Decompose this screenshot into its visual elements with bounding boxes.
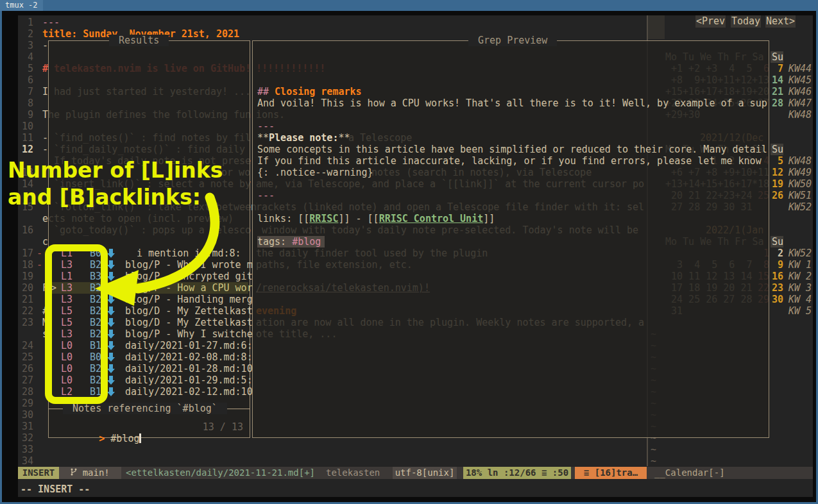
result-item[interactable]: L3B2blog/P - Why I wrote m xyxy=(49,259,248,271)
calendar-today-button[interactable]: Today xyxy=(731,15,761,28)
preview-text: ** xyxy=(338,132,350,144)
result-text: i mention it.md:8: xyxy=(125,248,241,259)
result-counter: 13 / 13 xyxy=(203,421,243,433)
calendar-sunday-cell[interactable]: 7 xyxy=(771,63,783,74)
prompt-caret: > xyxy=(99,433,110,444)
result-item[interactable]: >L3B2blog/P - How a CPU wor xyxy=(49,282,248,294)
calendar-prev-button[interactable]: <Prev xyxy=(695,15,726,28)
preview-line: --- xyxy=(257,121,275,132)
preview-text: --- xyxy=(257,190,275,201)
result-item[interactable]: L1B3blog/P - Encrypted git xyxy=(49,271,248,282)
preview-text: {: .notice--warning} xyxy=(257,167,373,178)
calendar-sunday-cell[interactable]: 28 xyxy=(771,97,783,109)
preview-line: If you find this article inaccurate, lac… xyxy=(257,155,762,167)
vim-editor[interactable]: 1---2title: Sunday, November 21st, 20213… xyxy=(18,15,813,497)
preview-text: --- xyxy=(257,121,275,132)
preview-text: RRISC xyxy=(309,213,338,224)
mode-message: -- INSERT -- xyxy=(21,483,90,495)
result-item[interactable]: L2B1daily/2021-02-12.md:10 xyxy=(49,386,248,398)
result-item[interactable]: L3B2blog/P - Why I switche xyxy=(49,328,248,340)
result-item[interactable]: L5B2blog/D - My Zettelkast xyxy=(49,305,248,317)
line-number: 34 xyxy=(18,455,33,467)
result-backlink-count: B1 xyxy=(90,386,101,398)
preview-line: --- xyxy=(257,190,275,201)
calendar-sunday-cell[interactable]: 16 xyxy=(771,271,783,282)
encoding: utf-8[unix] xyxy=(393,467,457,479)
line-number: 27 xyxy=(18,374,33,386)
calendar-sunday-cell[interactable]: 26 xyxy=(771,190,783,201)
git-branch: main! xyxy=(59,467,121,479)
window-frame-left xyxy=(0,11,2,504)
calendar-sunday-header: Su xyxy=(771,144,783,155)
calendar-week-number: KW 4 xyxy=(788,294,812,305)
result-text: blog/P - Why I wrote m xyxy=(125,259,253,271)
result-item[interactable]: L0B0daily/2021-02-08.md:8: xyxy=(49,351,248,363)
result-item[interactable]: L3B2blog/P - Handling merg xyxy=(49,294,248,305)
calendar-sunday-cell[interactable]: 23 xyxy=(771,282,783,294)
preview-line: **Please note:** xyxy=(257,132,350,144)
preview-text: If you find this article inaccurate, lac… xyxy=(257,155,762,167)
tmux-window: tmux -2 1---2title: Sunday, November 21s… xyxy=(0,0,818,504)
calendar-week-number: KW45 xyxy=(788,74,812,86)
calendar-cursor-block xyxy=(648,15,665,39)
preview-line: And voila! This is how a CPU works! That… xyxy=(257,97,767,109)
result-text: daily/2021-02-12.md:10 xyxy=(125,386,253,398)
result-backlink-count: B2 xyxy=(90,363,101,374)
preview-line: ## Closing remarks xyxy=(257,86,362,97)
preview-text: Some concepts in this article have been … xyxy=(257,144,767,155)
result-item[interactable]: L0B2daily/2021-01-28.md:10 xyxy=(49,363,248,374)
calendar-sunday-header: Su xyxy=(771,51,783,63)
result-backlink-count: B0 xyxy=(90,248,101,259)
buffer-text: - xyxy=(42,40,48,51)
preview-text: Please note: xyxy=(269,132,338,144)
calendar-week-number: KW48 xyxy=(788,109,812,121)
results-window: Results L1B0 i mention it.md:8:L3B2blog/… xyxy=(48,40,250,410)
result-link-count: L0 xyxy=(61,374,72,386)
calendar-sunday-cell[interactable]: 21 xyxy=(771,86,783,97)
calendar-sunday-header: Su xyxy=(771,236,783,248)
preview-text: And voila! This is how a CPU works! That… xyxy=(257,97,767,109)
calendar-sunday-cell[interactable]: 9 xyxy=(771,259,783,271)
calendar-statusline: __Calendar[-] xyxy=(654,467,725,479)
calendar-sunday-cell[interactable]: 30 xyxy=(771,294,783,305)
result-link-count: L0 xyxy=(61,351,72,363)
calendar-sunday-cell[interactable]: 12 xyxy=(771,167,783,178)
calendar-sunday-cell[interactable]: 5 xyxy=(771,155,783,167)
prompt-query-text: #blog xyxy=(110,433,139,444)
calendar-week-number: KW50 xyxy=(788,178,812,190)
line-number: 10 xyxy=(18,121,33,132)
calendar-week-number: KW51 xyxy=(788,190,812,201)
result-text: blog/P - Handling merg xyxy=(125,294,253,305)
calendar-next-button[interactable]: Next> xyxy=(765,15,796,28)
preview-text: ## xyxy=(257,86,275,97)
line-number: 33 xyxy=(18,444,33,455)
result-backlink-count: B0 xyxy=(90,351,101,363)
prompt-input[interactable]: > #blog xyxy=(53,421,141,456)
warning-indicator: ≡ [16]tra… xyxy=(575,467,647,479)
result-item[interactable]: L0B1daily/2021-01-27.md:6: xyxy=(49,340,248,351)
result-backlink-count: B2 xyxy=(90,374,101,386)
preview-text: #blog xyxy=(292,236,321,248)
filename: <ettelkasten/daily/2021-11-21.md[+] xyxy=(126,467,315,479)
line-number: 2 xyxy=(18,28,33,40)
calendar-sunday-cell[interactable]: 19 xyxy=(771,178,783,190)
result-link-count: L2 xyxy=(61,386,72,398)
result-item[interactable]: L1B0 i mention it.md:8: xyxy=(49,248,248,259)
result-item[interactable]: L5B2blog/D - My Zettelkast xyxy=(49,317,248,328)
result-text: daily/2021-01-27.md:6: xyxy=(125,340,253,351)
tmux-titlebar: tmux -2 xyxy=(0,0,818,11)
calendar-sunday-cell[interactable]: 2 xyxy=(771,248,783,259)
result-text: daily/2021-01-28.md:10 xyxy=(125,363,253,374)
preview-line: Some concepts in this article have been … xyxy=(257,144,767,155)
grep-preview-window: Grep Preview ## Closing remarksAnd voila… xyxy=(252,40,769,438)
calendar-week-number: KW44 xyxy=(788,63,812,74)
result-link-count: L5 xyxy=(61,317,72,328)
result-item[interactable]: L0B2daily/2021-01-29.md:5: xyxy=(49,374,248,386)
tmux-session-tab[interactable]: tmux -2 xyxy=(0,0,43,11)
calendar-week-number: KW52 xyxy=(788,201,812,213)
result-link-count: L1 xyxy=(61,271,72,282)
result-text: daily/2021-02-08.md:8: xyxy=(125,351,253,363)
calendar-sunday-cell[interactable]: 14 xyxy=(771,74,783,86)
buffer-row: 34 xyxy=(18,455,818,467)
result-text: blog/D - My Zettelkast xyxy=(125,305,253,317)
